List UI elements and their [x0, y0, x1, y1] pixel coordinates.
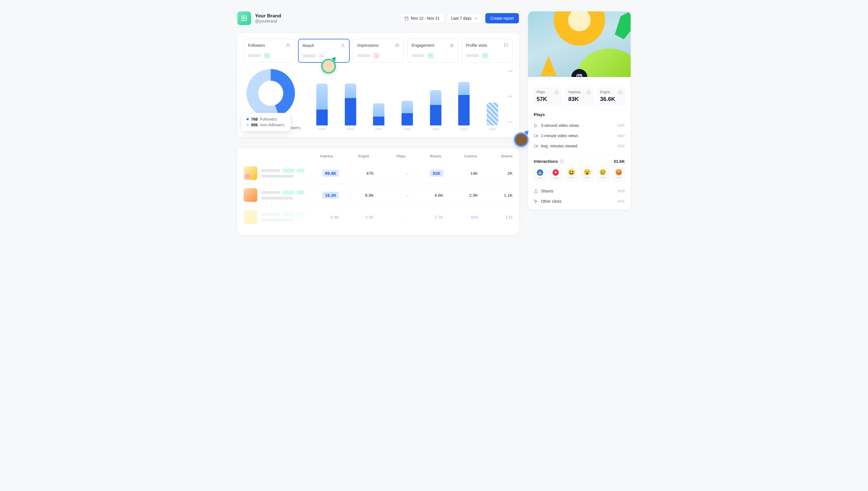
- legend-dot: [247, 118, 249, 120]
- plays-row[interactable]: 3-second video views: [533, 120, 625, 131]
- metric-profile-visits[interactable]: Profile visits: [462, 39, 513, 63]
- stat-label: Engmt.: [600, 90, 611, 94]
- stat-label: Plays: [536, 90, 545, 94]
- stat-engagement[interactable]: Engmt. 36.6K: [597, 87, 625, 106]
- post-thumbnail: [244, 188, 257, 202]
- interactions-title: Interactions: [534, 159, 564, 164]
- value-placeholder: [617, 200, 625, 203]
- legend-label: Followers: [260, 117, 277, 121]
- cell-engmt: 8.6K: [343, 193, 374, 198]
- row-label: Other clicks: [541, 199, 562, 204]
- brand-name: Your Brand: [255, 13, 281, 19]
- svg-rect-2: [405, 17, 408, 20]
- metric-value-placeholder: [358, 54, 370, 57]
- plays-row[interactable]: Avg. minutes viewed: [533, 141, 625, 151]
- metric-row: Followers Reach: [244, 39, 513, 63]
- metric-value-placeholder: [411, 54, 425, 57]
- reaction-angry[interactable]: 😡: [612, 167, 625, 182]
- table-row[interactable]: 16.1K 8.6K -- 4.6K 2.9K 1.1K: [244, 184, 513, 206]
- row-label: 3-second video views: [541, 123, 579, 128]
- video-icon: [534, 144, 538, 148]
- svg-point-5: [397, 45, 398, 46]
- cell-impress: 8.8K: [308, 215, 339, 220]
- trend-up-badge: [482, 53, 488, 58]
- post-hero-image: [528, 11, 631, 77]
- reaction-row: 👍 ❤ 😆 😮 😢 😡: [533, 167, 625, 182]
- create-report-button[interactable]: Create report: [485, 13, 519, 23]
- period-select[interactable]: Last 7 days: [447, 13, 483, 23]
- post-title-placeholder: [261, 197, 293, 200]
- svg-point-3: [287, 44, 288, 45]
- shares-row[interactable]: Shares: [533, 186, 625, 196]
- stat-value: 83K: [568, 96, 590, 103]
- stat-plays[interactable]: Plays 57K: [533, 87, 562, 106]
- period-label: Last 7 days: [451, 16, 472, 21]
- row-label: Avg. minutes viewed: [541, 144, 577, 148]
- metric-value-placeholder: [248, 54, 261, 57]
- col-plays: Plays: [373, 154, 405, 158]
- cell-reacts: 2.7K: [412, 215, 443, 220]
- brand-handle: @yourbrand: [255, 19, 281, 23]
- reaction-like[interactable]: 👍: [533, 167, 547, 182]
- svg-rect-11: [534, 135, 536, 137]
- reaction-love[interactable]: ❤: [549, 167, 562, 182]
- metric-label: Followers: [248, 43, 265, 48]
- col-impressions: Impress.: [302, 154, 334, 158]
- bar-label: [318, 128, 326, 130]
- metric-value-placeholder: [303, 54, 316, 57]
- metric-impressions[interactable]: Impressions: [353, 39, 404, 63]
- post-detail-card: Plays 57K Impress. 83K Engmt. 36.6K Play…: [528, 11, 631, 209]
- bar-chart: [311, 70, 513, 130]
- cell-impress: 99.4K: [322, 170, 339, 177]
- other-clicks-row[interactable]: Other clicks: [533, 196, 625, 206]
- date-range-label: Nov 12 - Nov 21: [411, 16, 440, 21]
- collaborator-cursor: [321, 59, 336, 74]
- row-label: Shares: [541, 189, 553, 193]
- table-row[interactable]: 8.8K 3.5K -- 2.7K 668 132: [244, 206, 513, 228]
- svg-rect-12: [534, 145, 536, 147]
- collaborator-cursor: [514, 132, 529, 147]
- posts-table-card: Impress. Engmt. Plays Reacts Comms Share…: [237, 148, 519, 235]
- cell-shares: 2K: [481, 171, 513, 176]
- brand-block: Your Brand @yourbrand: [237, 11, 281, 25]
- stat-label: Impress.: [568, 90, 581, 94]
- metric-followers[interactable]: Followers: [244, 39, 294, 63]
- cell-engmt: 3.5K: [343, 215, 374, 220]
- calendar-icon: [404, 16, 409, 21]
- bar-label: [347, 128, 354, 130]
- users-icon: [286, 43, 290, 48]
- reaction-wow[interactable]: 😮: [581, 167, 594, 182]
- cell-reacts: 31K: [430, 170, 443, 177]
- svg-point-4: [342, 44, 343, 45]
- header-controls: Nov 12 - Nov 21 Last 7 days Create repor…: [400, 13, 519, 23]
- metric-label: Impressions: [358, 43, 379, 48]
- date-range-picker[interactable]: Nov 12 - Nov 21: [400, 13, 444, 23]
- metric-label: Profile visits: [466, 43, 487, 48]
- plays-row[interactable]: 1-minute video views: [533, 131, 625, 141]
- reaction-haha[interactable]: 😆: [565, 167, 578, 182]
- cell-comms: 14K: [447, 171, 478, 176]
- cell-plays: --: [377, 171, 409, 176]
- table-row[interactable]: 99.4K 47K -- 31K 14K 2K: [244, 162, 513, 184]
- reaction-sad[interactable]: 😢: [596, 167, 610, 182]
- eye-icon: [395, 43, 400, 48]
- cell-comms: 2.9K: [447, 193, 478, 198]
- col-reacts: Reacts: [409, 154, 441, 158]
- stat-impressions[interactable]: Impress. 83K: [565, 87, 594, 106]
- metric-engagement[interactable]: Engagement: [407, 39, 458, 63]
- cell-plays: --: [377, 193, 409, 198]
- value-placeholder: [617, 124, 625, 127]
- col-comms: Comms: [445, 154, 477, 158]
- value-placeholder: [617, 190, 625, 193]
- cell-impress: 16.1K: [322, 192, 339, 199]
- value-placeholder: [617, 145, 625, 147]
- cell-plays: --: [377, 215, 409, 220]
- value-placeholder: [617, 134, 625, 137]
- metric-reach[interactable]: Reach: [298, 39, 350, 63]
- brand-logo: [237, 11, 251, 25]
- cell-engmt: 47K: [343, 171, 374, 176]
- image-icon: [241, 15, 247, 21]
- chevron-down-icon: [474, 16, 478, 21]
- overview-card: Followers Reach: [237, 33, 519, 137]
- axis-tick: [507, 70, 513, 72]
